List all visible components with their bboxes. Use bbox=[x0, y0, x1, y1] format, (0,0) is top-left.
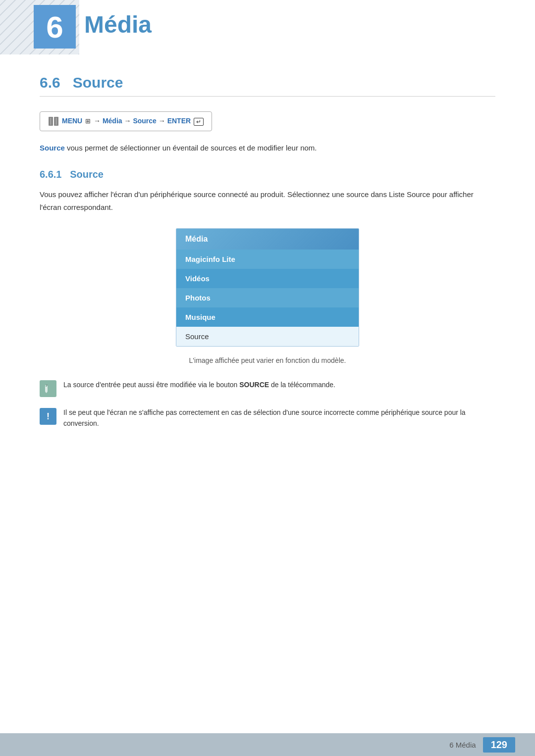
footer-page-number: 129 bbox=[483, 737, 515, 753]
arrow2: → bbox=[124, 117, 133, 125]
arrow1: → bbox=[94, 117, 103, 125]
menu-book-icon bbox=[48, 116, 59, 127]
menu-mockup-item-magicinfo: Magicinfo Lite bbox=[176, 250, 359, 269]
image-caption: L'image affichée peut varier en fonction… bbox=[40, 356, 495, 364]
section-title: Source bbox=[73, 74, 123, 91]
menu-grid-icon: ⊞ bbox=[85, 117, 91, 125]
section-number: 6.6 bbox=[40, 74, 60, 91]
footer-label: 6 Média bbox=[449, 741, 476, 749]
arrow3: → bbox=[159, 117, 167, 125]
menu-mockup-item-musique: Musique bbox=[176, 307, 359, 327]
svg-rect-7 bbox=[46, 385, 48, 386]
warning-note-icon: ! bbox=[40, 408, 56, 425]
subsection-description: Vous pouvez afficher l'écran d'un périph… bbox=[40, 188, 495, 213]
chapter-number: 6 bbox=[46, 9, 63, 45]
menu-mockup-header: Média bbox=[176, 229, 359, 250]
menu-path-text: MENU ⊞ → Média → Source → ENTER ↵ bbox=[62, 117, 204, 125]
chapter-title: Média bbox=[84, 11, 152, 38]
menu-label: MENU bbox=[62, 117, 82, 125]
note-item-warning: ! Il se peut que l'écran ne s'affiche pa… bbox=[40, 407, 495, 429]
menu-mockup: Média Magicinfo Lite Vidéos Photos Musiq… bbox=[176, 228, 359, 347]
svg-marker-6 bbox=[45, 392, 48, 393]
chapter-number-box: 6 bbox=[34, 5, 76, 49]
source-bold: SOURCE bbox=[239, 381, 269, 389]
menu-mockup-item-videos: Vidéos bbox=[176, 269, 359, 288]
note-text-part2: de la télécommande. bbox=[271, 381, 335, 389]
media-label: Média bbox=[103, 117, 122, 125]
note-item-pencil: La source d'entrée peut aussi être modif… bbox=[40, 379, 495, 397]
notes-section: La source d'entrée peut aussi être modif… bbox=[40, 379, 495, 429]
svg-rect-2 bbox=[51, 118, 51, 125]
subsection-number: 6.6.1 bbox=[40, 169, 61, 180]
menu-mockup-item-photos: Photos bbox=[176, 288, 359, 307]
note-text-warning: Il se peut que l'écran ne s'affiche pas … bbox=[63, 407, 495, 429]
subsection-heading: 6.6.1 Source bbox=[40, 169, 495, 180]
enter-icon: ↵ bbox=[194, 118, 204, 126]
svg-rect-5 bbox=[46, 386, 47, 387]
main-content: 6.6 Source MENU ⊞ → Média → Source → ENT… bbox=[0, 54, 535, 479]
section-description: Source vous permet de sélectionner un év… bbox=[40, 142, 495, 154]
note-text-part1: La source d'entrée peut aussi être modif… bbox=[63, 381, 239, 389]
page-header: 6 Média bbox=[0, 0, 535, 54]
menu-mockup-wrapper: Média Magicinfo Lite Vidéos Photos Musiq… bbox=[40, 228, 495, 347]
enter-label: ENTER bbox=[167, 117, 191, 125]
note-text-pencil: La source d'entrée peut aussi être modif… bbox=[63, 379, 335, 390]
page-footer: 6 Média 129 bbox=[0, 733, 535, 756]
svg-rect-3 bbox=[56, 118, 56, 125]
section-heading: 6.6 Source bbox=[40, 74, 495, 97]
source-highlight: Source bbox=[40, 144, 65, 152]
source-path-label: Source bbox=[133, 117, 156, 125]
pencil-note-icon bbox=[40, 380, 56, 397]
menu-mockup-item-source: Source bbox=[176, 327, 359, 346]
description-body: vous permet de sélectionner un éventail … bbox=[67, 144, 317, 152]
exclamation-icon: ! bbox=[47, 411, 50, 422]
subsection-title: Source bbox=[70, 169, 104, 180]
menu-path-box: MENU ⊞ → Média → Source → ENTER ↵ bbox=[40, 111, 212, 131]
